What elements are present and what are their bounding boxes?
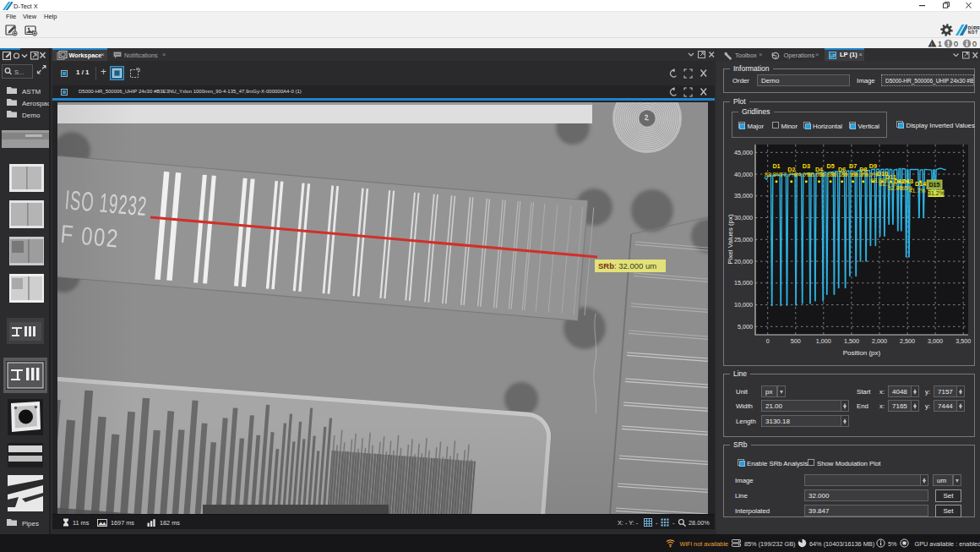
svg-text:500: 500 [791, 337, 801, 345]
svg-text:LP: LP [830, 52, 836, 57]
svg-text:2,000: 2,000 [872, 337, 887, 345]
svg-text:D3: D3 [803, 162, 810, 170]
svg-text:Pixel Values (px): Pixel Values (px) [727, 214, 734, 265]
svg-text:D7: D7 [849, 162, 857, 170]
svg-text:D5: D5 [826, 162, 834, 170]
svg-text:D13: D13 [902, 178, 913, 185]
svg-text:35,000: 35,000 [734, 192, 753, 199]
svg-text:DÜRR: DÜRR [968, 25, 980, 30]
svg-text:D15: D15 [928, 181, 939, 189]
svg-text:0: 0 [972, 40, 977, 48]
svg-text:31.2%: 31.2% [928, 190, 945, 196]
svg-text:2,500: 2,500 [900, 337, 915, 345]
svg-text:15,000: 15,000 [734, 279, 753, 287]
svg-text:D14: D14 [915, 180, 926, 188]
svg-text:5,000: 5,000 [738, 323, 753, 331]
svg-text:Demo: Demo [22, 112, 41, 119]
svg-text:Position (px): Position (px) [843, 349, 881, 357]
svg-text:10,000: 10,000 [734, 301, 753, 309]
svg-text:1,500: 1,500 [844, 337, 859, 345]
svg-text:NDT: NDT [968, 30, 978, 35]
svg-text:S...: S... [14, 68, 24, 76]
svg-text:40,000: 40,000 [734, 171, 753, 178]
svg-text:78.0%: 78.0% [861, 172, 878, 178]
svg-text:20,000: 20,000 [734, 258, 753, 265]
svg-text:Aerospac: Aerospac [22, 100, 49, 107]
svg-text:ASTM: ASTM [22, 88, 41, 96]
svg-text:3,500: 3,500 [956, 337, 971, 345]
svg-text:3,000: 3,000 [928, 337, 943, 345]
svg-text:1: 1 [938, 40, 942, 48]
svg-text:0: 0 [954, 40, 958, 48]
svg-text:0: 0 [766, 337, 770, 345]
svg-text:D9: D9 [869, 162, 877, 170]
svg-text:41.7%: 41.7% [909, 188, 926, 194]
svg-text:25,000: 25,000 [734, 236, 753, 243]
svg-text:30,000: 30,000 [734, 214, 753, 221]
svg-text:45,000: 45,000 [734, 149, 753, 156]
svg-text:D1: D1 [772, 162, 780, 170]
svg-text:SRb: 32.000 um: SRb: 32.000 um [598, 261, 656, 271]
svg-text:Pipes: Pipes [22, 520, 39, 527]
svg-text:1,000: 1,000 [816, 337, 831, 345]
